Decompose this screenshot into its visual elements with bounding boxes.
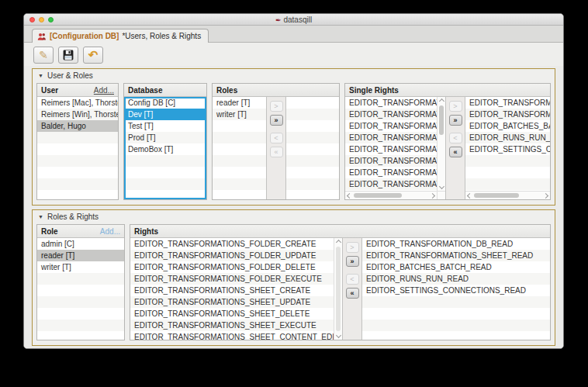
move-all-left-button[interactable]: « (346, 288, 359, 299)
tab-db-label: [Configuration DB] (50, 32, 119, 40)
move-all-left-button[interactable]: « (270, 147, 283, 157)
list-item[interactable]: EDITOR_BATCHES_BATCH_READ (465, 120, 550, 132)
list-item[interactable]: EDITOR_TRANSFORMATIONS_SHEET_READ (465, 109, 550, 120)
scroll-left-icon[interactable] (467, 193, 472, 199)
horizontal-scrollbar[interactable] (345, 191, 437, 199)
add-role-link[interactable]: Add... (100, 227, 120, 236)
datasqill-window: ✒datasqill [Configuration DB] *Users, Ro… (23, 13, 564, 349)
titlebar[interactable]: ✒datasqill (24, 14, 563, 26)
scroll-left-icon[interactable] (347, 193, 352, 199)
list-item[interactable]: EDITOR_RUNS_RUN_READ (362, 273, 550, 285)
list-item[interactable]: Config DB [C] (124, 97, 206, 109)
list-item[interactable]: EDITOR_TRANSFORMATIONS_FOLDER_UPDATE (130, 250, 334, 261)
group-user-roles: ▼ User & Roles User Add... Reimers [Mac]… (32, 68, 555, 206)
single-rights-assigned-list[interactable]: EDITOR_TRANSFORMATION_DB_READEDITOR_TRAN… (465, 97, 550, 191)
rights-available-list[interactable]: EDITOR_TRANSFORMATIONS_FOLDER_CREATEEDIT… (130, 238, 334, 340)
list-item[interactable]: EDITOR_TRANSFORMATIONS_FOLDER_CREATE (345, 97, 437, 109)
list-item[interactable]: EDITOR_TRANSFORMATIONS_FOLDER_EXECUTE (130, 273, 334, 285)
disclosure-triangle-icon: ▼ (38, 214, 43, 219)
single-rights-available-list[interactable]: EDITOR_TRANSFORMATIONS_FOLDER_CREATEEDIT… (345, 97, 437, 191)
list-item[interactable]: reader [T] (213, 97, 266, 109)
list-item[interactable]: Balder, Hugo (37, 120, 118, 132)
user-list[interactable]: Reimers [Mac], ThorstenReimers [Win], Th… (37, 97, 118, 199)
undo-button[interactable]: ↶ (83, 47, 103, 64)
list-item[interactable]: Prod [T] (124, 132, 206, 143)
roles-available-list[interactable]: reader [T]writer [T] (213, 97, 266, 199)
list-item[interactable]: EDITOR_TRANSFORMATIONS_SHEET_CONTENT_EDI… (130, 331, 334, 340)
list-item[interactable]: writer [T] (213, 109, 266, 120)
single-rights-panel: Single Rights EDITOR_TRANSFORMATIONS_FOL… (344, 83, 551, 200)
list-item[interactable]: EDITOR_TRANSFORMATIONS_FOLDER_UPDATE (345, 109, 437, 120)
list-item[interactable]: Dev [T] (124, 109, 206, 120)
move-left-button[interactable]: < (346, 274, 359, 285)
vertical-scrollbar[interactable] (334, 238, 342, 340)
toolbar: ✎ ↶ (24, 43, 563, 67)
move-all-left-button[interactable]: « (449, 147, 462, 157)
list-item[interactable]: EDITOR_TRANSFORMATIONS_SHEET_CREATE (345, 143, 437, 155)
list-item[interactable]: Reimers [Win], Thorsten (37, 109, 118, 120)
tab-users-roles-rights[interactable]: [Configuration DB] *Users, Roles & Right… (32, 29, 209, 43)
database-list[interactable]: Config DB [C]Dev [T]Test [T]Prod [T]Demo… (124, 97, 206, 199)
database-column-header: Database (128, 86, 162, 95)
rights-panel: Rights EDITOR_TRANSFORMATIONS_FOLDER_CRE… (130, 224, 551, 340)
list-item[interactable]: EDITOR_TRANSFORMATIONS_SHEET_DELETE (130, 308, 334, 320)
move-right-button[interactable]: > (270, 101, 283, 112)
list-item[interactable]: EDITOR_RUNS_RUN_READ (465, 132, 550, 143)
list-item[interactable]: EDITOR_TRANSFORMATIONS_SHEET_UPDATE (345, 155, 437, 167)
scroll-down-icon[interactable] (439, 184, 444, 189)
move-all-right-button[interactable]: » (346, 256, 359, 267)
scroll-up-icon[interactable] (439, 98, 444, 104)
list-item[interactable]: writer [T] (37, 261, 124, 273)
list-item[interactable]: EDITOR_TRANSFORMATIONS_SHEET_READ (362, 250, 550, 261)
scroll-right-icon[interactable] (543, 193, 548, 199)
user-panel: User Add... Reimers [Mac], ThorstenReime… (36, 83, 119, 200)
list-item[interactable]: reader [T] (37, 250, 124, 261)
single-rights-transfer-buttons: > » < « (446, 97, 465, 199)
window-title: ✒datasqill (24, 16, 563, 24)
horizontal-scrollbar[interactable] (465, 191, 550, 199)
list-item[interactable]: EDITOR_BATCHES_BATCH_READ (362, 261, 550, 273)
rights-assigned-list[interactable]: EDITOR_TRANSFORMATION_DB_READEDITOR_TRAN… (362, 238, 550, 340)
tab-page-label: *Users, Roles & Rights (122, 32, 201, 40)
scroll-up-icon[interactable] (336, 240, 341, 245)
role-list[interactable]: admin [C]reader [T]writer [T] (37, 238, 124, 340)
list-item[interactable]: EDITOR_TRANSFORMATION_DB_READ (362, 238, 550, 250)
move-right-button[interactable]: > (346, 242, 359, 253)
move-left-button[interactable]: < (270, 133, 283, 143)
edit-button[interactable]: ✎ (33, 47, 54, 64)
move-right-button[interactable]: > (449, 101, 462, 112)
list-item[interactable]: Reimers [Mac], Thorsten (37, 97, 118, 109)
list-item[interactable]: EDITOR_TRANSFORMATIONS_FOLDER_DELETE (345, 120, 437, 132)
group-user-roles-title: User & Roles (47, 71, 93, 80)
list-item[interactable]: EDITOR_TRANSFORMATIONS_SHEET_DELETE (345, 167, 437, 178)
scroll-down-icon[interactable] (336, 333, 341, 338)
list-item[interactable]: EDITOR_SETTINGS_CONNECTIONS_READ (362, 285, 550, 296)
main-content: ▼ User & Roles User Add... Reimers [Mac]… (24, 66, 563, 348)
add-user-link[interactable]: Add... (94, 86, 114, 95)
move-all-right-button[interactable]: » (270, 115, 283, 126)
move-left-button[interactable]: < (449, 133, 462, 143)
list-item[interactable]: Test [T] (124, 120, 206, 132)
list-item[interactable]: EDITOR_TRANSFORMATIONS_SHEET_EXECUTE (130, 320, 334, 331)
vertical-scrollbar[interactable] (437, 97, 445, 191)
move-all-right-button[interactable]: » (449, 115, 462, 126)
scroll-right-icon[interactable] (430, 193, 435, 199)
group-roles-rights-header[interactable]: ▼ Roles & Rights (33, 210, 555, 223)
list-item[interactable]: EDITOR_SETTINGS_CONNECTIONS_READ (465, 143, 550, 155)
save-button[interactable] (58, 47, 78, 64)
list-item[interactable]: EDITOR_TRANSFORMATIONS_FOLDER_CREATE (130, 238, 334, 250)
rights-transfer-buttons: > » < « (343, 238, 361, 340)
list-item[interactable]: EDITOR_TRANSFORMATION_DB_READ (465, 97, 550, 109)
undo-arrow-icon: ↶ (88, 49, 99, 60)
group-user-roles-header[interactable]: ▼ User & Roles (33, 69, 555, 82)
list-item[interactable]: EDITOR_TRANSFORMATIONS_SHEET_CREATE (130, 285, 334, 296)
roles-assigned-list[interactable] (286, 97, 339, 199)
group-roles-rights-title: Roles & Rights (47, 213, 99, 221)
list-item[interactable]: EDITOR_TRANSFORMATIONS_SHEET_UPDATE (130, 296, 334, 308)
single-rights-column-header: Single Rights (349, 86, 399, 95)
list-item[interactable]: admin [C] (37, 238, 124, 250)
list-item[interactable]: EDITOR_TRANSFORMATIONS_FOLDER_EXECUTE (345, 132, 437, 143)
list-item[interactable]: EDITOR_TRANSFORMATIONS_FOLDER_DELETE (130, 261, 334, 273)
list-item[interactable]: DemoBox [T] (124, 143, 206, 155)
list-item[interactable]: EDITOR_TRANSFORMATIONS_SHEET_EXECUTE (345, 178, 437, 190)
